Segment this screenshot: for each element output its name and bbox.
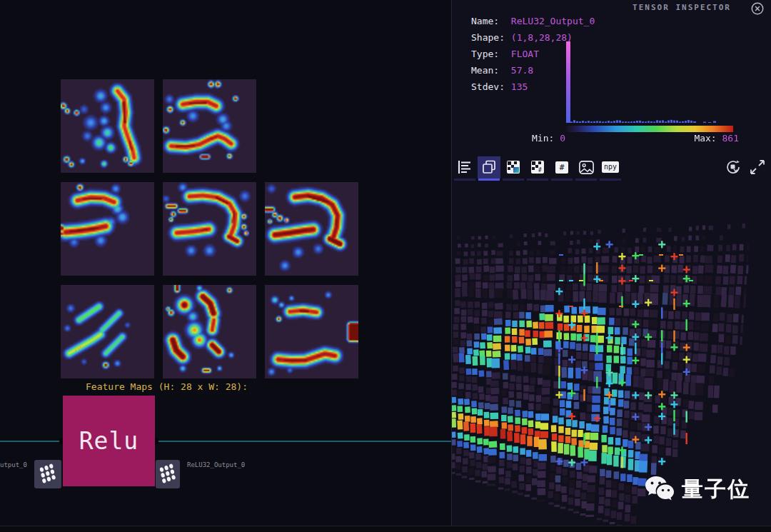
feature-map-6[interactable] [163,285,256,378]
panel-title: TENSOR INSPECTOR [633,3,731,12]
layers-view-icon [480,159,498,176]
npy-export-button[interactable]: npy [599,156,622,179]
feature-map-0[interactable] [61,79,154,173]
output-edge-label: ReLU32_Output_0 [187,461,245,468]
close-icon [750,1,765,16]
feature-map-7[interactable] [265,285,358,378]
image-export-button[interactable] [575,156,598,179]
field-name: Name: ReLU32_Output_0 [471,13,595,29]
min-readout: Min: 0 [532,133,565,144]
hash-view-icon: # [555,161,569,174]
input-wire [0,441,63,442]
rotate-3d-button[interactable] [722,156,745,179]
expand-icon [749,159,766,176]
app-window: Feature Maps (H: 28 x W: 28): Relu [0,0,771,532]
tensor-dots-icon [37,463,59,486]
graph-editor-panel: Feature Maps (H: 28 x W: 28): Relu [0,0,451,532]
relu-node-label: Relu [79,427,138,455]
bottom-strip [0,526,771,532]
input-tensor-chip[interactable] [34,460,61,488]
watermark: 量子位 [643,474,750,504]
list-view-icon [456,159,473,176]
close-button[interactable] [750,1,765,16]
feature-map-3[interactable] [163,182,256,276]
input-edge-label: utput_0 [0,461,27,468]
output-wire [155,441,451,442]
layers-view-button[interactable] [478,156,500,179]
value-histogram [560,39,739,139]
grid-number-view-icon: # [529,159,546,176]
tensor-dots-icon [157,463,178,486]
view-toolbar: # # npy [453,155,770,179]
feature-maps-caption: Feature Maps (H: 28 x W: 28): [86,381,248,392]
feature-map-2[interactable] [61,182,154,276]
image-export-icon [578,159,595,176]
relu-node[interactable]: Relu [63,396,155,486]
feature-map-5[interactable] [61,285,154,378]
grid-number-view-button[interactable]: # [526,156,549,179]
svg-text:#: # [538,167,542,174]
feature-map-4[interactable] [265,182,358,276]
list-view-button[interactable] [453,156,476,179]
expand-view-button[interactable] [746,156,769,179]
watermark-text: 量子位 [682,475,750,504]
hash-view-button[interactable]: # [550,156,573,179]
npy-export-icon: npy [602,161,619,173]
wechat-icon [643,474,676,504]
tensor-inspector-panel: TENSOR INSPECTOR Name: ReLU32_Output_0 S… [451,0,771,532]
feature-map-1[interactable] [163,79,256,173]
max-readout: Max: 861 [694,133,739,144]
rotate-3d-icon [725,159,742,176]
grid-color-view-icon [505,159,522,176]
range-row: Min: 0 Max: 861 [452,133,771,146]
output-tensor-chip[interactable] [156,460,180,488]
grid-color-view-button[interactable] [502,156,525,179]
